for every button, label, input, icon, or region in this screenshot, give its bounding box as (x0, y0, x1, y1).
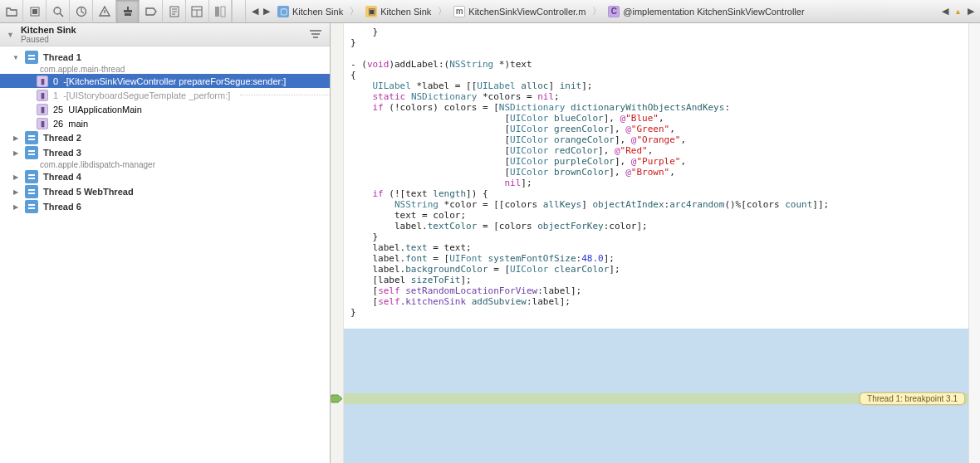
frame-label: -[UIStoryboardSegueTemplate _perform:] (63, 90, 230, 100)
thread-name: Thread 1 (43, 52, 81, 62)
source-editor: } } - (void)addLabel:(NSString *)text { … (331, 23, 980, 463)
jumpbar-c-icon: C (608, 6, 620, 17)
stack-frame[interactable]: ▮1-[UIStoryboardSegueTemplate _perform:] (0, 88, 330, 102)
jump-next-icon[interactable]: ▶ (965, 6, 977, 17)
thread-header[interactable]: ▶Thread 3 (0, 145, 330, 160)
debug-navigator-icon[interactable] (116, 0, 140, 23)
issues-icon[interactable]: ▲ (954, 7, 962, 16)
stack-frame[interactable]: ▮25UIApplicationMain (0, 102, 330, 116)
frame-index: 1 (53, 90, 58, 100)
frame-user-icon: ▮ (37, 118, 48, 129)
thread-header[interactable]: ▶Thread 2 (0, 130, 330, 145)
frame-user-icon: ▮ (37, 76, 48, 87)
svg-point-2 (54, 7, 61, 14)
jumpbar-label: Kitchen Sink (380, 7, 431, 17)
thread-name: Thread 5 WebThread (43, 187, 134, 197)
frame-index: 26 (53, 119, 63, 129)
jumpbar-label: @implementation KitchenSinkViewControlle… (623, 7, 804, 17)
svg-rect-20 (313, 37, 318, 38)
jumpbar-proj-icon: ▢ (277, 6, 289, 17)
svg-rect-19 (311, 33, 320, 35)
svg-rect-32 (28, 207, 35, 209)
jumpbar-seg-0[interactable]: ▢Kitchen Sink (272, 6, 348, 17)
svg-rect-7 (125, 13, 131, 16)
stack-frame[interactable]: ▮0-[KitchenSinkViewController prepareFor… (0, 74, 330, 88)
symbol-navigator-icon[interactable] (23, 0, 47, 23)
svg-rect-17 (221, 7, 225, 17)
jumpbar-seg-3[interactable]: C@implementation KitchenSinkViewControll… (603, 6, 809, 17)
thread-queue: com.apple.libdispatch-manager (0, 160, 330, 169)
instruction-pointer-icon (331, 393, 344, 404)
clock-navigator-icon[interactable] (70, 0, 93, 23)
folder-navigator-icon[interactable] (0, 0, 23, 23)
gutter[interactable] (331, 23, 344, 463)
jump-prev-icon[interactable]: ◀ (939, 6, 951, 17)
search-navigator-icon[interactable] (47, 0, 70, 23)
svg-rect-31 (28, 204, 35, 206)
navigator-and-jumpbar: ◀ ▶ ▢Kitchen Sink〉▣Kitchen Sink〉mKitchen… (0, 0, 980, 23)
frame-user-icon: ▮ (37, 90, 48, 101)
frame-index: 25 (53, 105, 63, 115)
history-back-icon[interactable]: ◀ (249, 6, 261, 17)
filter-icon[interactable] (308, 27, 323, 42)
svg-rect-29 (28, 189, 35, 191)
issue-navigator-icon[interactable] (93, 0, 116, 23)
thread-header[interactable]: ▶Thread 5 WebThread (0, 184, 330, 199)
frame-index: 0 (53, 76, 58, 86)
svg-rect-22 (28, 58, 35, 60)
process-name: Kitchen Sink (21, 25, 76, 35)
navigator-selector (0, 0, 186, 22)
process-state: Paused (21, 35, 76, 44)
svg-rect-24 (28, 139, 35, 140)
thread-header[interactable]: ▶Thread 6 (0, 199, 330, 214)
thread-header[interactable]: ▶Thread 4 (0, 169, 330, 184)
scroll-strip[interactable] (968, 23, 980, 463)
thread-name: Thread 6 (43, 202, 81, 212)
svg-rect-23 (28, 135, 35, 137)
code-area[interactable]: } } - (void)addLabel:(NSString *)text { … (344, 23, 968, 463)
svg-rect-26 (28, 154, 35, 155)
thread-queue: com.apple.main-thread (0, 65, 330, 74)
frame-user-icon: ▮ (37, 104, 48, 115)
process-header[interactable]: ▼ Kitchen Sink Paused (0, 23, 330, 46)
jumpbar-m-icon: m (453, 6, 465, 17)
svg-rect-16 (215, 7, 219, 17)
thread-name: Thread 4 (43, 172, 81, 182)
frame-label: main (68, 119, 88, 129)
counterpart-icon[interactable] (209, 0, 233, 23)
jumpbar-folder-icon: ▣ (365, 6, 377, 17)
disclosure-icon[interactable]: ▼ (7, 31, 14, 39)
frame-label: UIApplicationMain (68, 105, 142, 115)
svg-rect-28 (28, 178, 35, 179)
svg-rect-18 (310, 30, 321, 32)
jumpbar-seg-2[interactable]: mKitchenSinkViewController.m (448, 6, 590, 17)
log-navigator-icon[interactable] (163, 0, 186, 23)
minimap-icon[interactable] (186, 0, 209, 23)
svg-rect-25 (28, 150, 35, 152)
jumpbar-label: Kitchen Sink (292, 7, 343, 17)
jumpbar-label: KitchenSinkViewController.m (468, 7, 586, 17)
frame-label: -[KitchenSinkViewController prepareForSe… (63, 76, 286, 86)
svg-rect-6 (124, 10, 132, 12)
debug-navigator: ▼ Kitchen Sink Paused ▼Thread 1com.apple… (0, 23, 331, 463)
breakpoint-badge[interactable]: Thread 1: breakpoint 3.1 (860, 392, 965, 405)
thread-name: Thread 2 (43, 133, 81, 143)
svg-rect-30 (28, 193, 35, 194)
thread-name: Thread 3 (43, 148, 81, 158)
history-forward-icon[interactable]: ▶ (261, 6, 272, 17)
svg-line-3 (60, 13, 63, 17)
jump-bar[interactable]: ◀ ▶ ▢Kitchen Sink〉▣Kitchen Sink〉mKitchen… (246, 0, 939, 22)
svg-rect-1 (32, 9, 37, 14)
breakpoint-navigator-icon[interactable] (140, 0, 163, 23)
svg-rect-27 (28, 174, 35, 176)
stack-frame[interactable]: ▮26main (0, 116, 330, 130)
svg-rect-21 (28, 55, 35, 56)
thread-header[interactable]: ▼Thread 1 (0, 50, 330, 65)
jumpbar-seg-1[interactable]: ▣Kitchen Sink (360, 6, 436, 17)
